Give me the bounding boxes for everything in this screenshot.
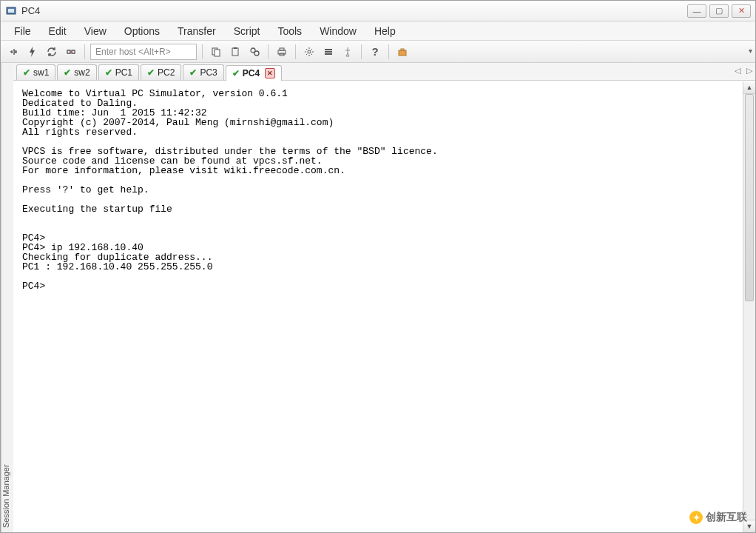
svg-rect-6 xyxy=(234,47,237,49)
maximize-button[interactable]: ▢ xyxy=(709,4,729,18)
find-icon[interactable] xyxy=(246,44,263,60)
toolbar-overflow-icon[interactable]: ▾ xyxy=(749,47,752,55)
tab-label: PC1 xyxy=(115,67,132,78)
menu-help[interactable]: Help xyxy=(367,23,403,39)
help-icon[interactable]: ? xyxy=(367,44,383,60)
settings-icon[interactable] xyxy=(301,44,317,60)
separator xyxy=(388,44,389,59)
svg-rect-10 xyxy=(280,48,284,50)
pin-icon[interactable] xyxy=(340,44,356,60)
disconnect-icon[interactable] xyxy=(63,44,79,60)
session-options-icon[interactable] xyxy=(320,44,337,60)
app-icon xyxy=(5,5,17,17)
session-manager-tab[interactable]: Session Manager xyxy=(1,63,13,532)
tab-pc4[interactable]: ✔PC4✕ xyxy=(226,65,282,81)
terminal-output[interactable]: Welcome to Virtual PC Simulator, version… xyxy=(13,81,743,532)
check-icon: ✔ xyxy=(23,67,30,78)
watermark: ✦ 创新互联 xyxy=(689,511,747,524)
menu-bar: File Edit View Options Transfer Script T… xyxy=(1,21,755,41)
reconnect-icon[interactable] xyxy=(44,44,60,60)
tab-label: PC4 xyxy=(243,68,260,78)
menu-file[interactable]: File xyxy=(7,23,38,39)
menu-view[interactable]: View xyxy=(77,23,114,39)
scroll-up-icon[interactable]: ▲ xyxy=(743,81,755,94)
tab-close-icon[interactable]: ✕ xyxy=(265,68,275,78)
menu-tools[interactable]: Tools xyxy=(270,23,309,39)
check-icon: ✔ xyxy=(64,67,71,78)
svg-rect-15 xyxy=(325,53,332,55)
watermark-logo-icon: ✦ xyxy=(689,511,703,524)
window-title: PC4 xyxy=(21,5,687,16)
tab-pc3[interactable]: ✔PC3 xyxy=(183,64,223,80)
menu-script[interactable]: Script xyxy=(226,23,268,39)
svg-rect-17 xyxy=(401,49,404,50)
scroll-thumb[interactable] xyxy=(745,94,754,301)
tab-pc2[interactable]: ✔PC2 xyxy=(141,64,181,80)
plug-icon[interactable] xyxy=(5,44,21,60)
check-icon: ✔ xyxy=(147,67,155,78)
menu-options[interactable]: Options xyxy=(117,23,167,39)
window-buttons: — ▢ ✕ xyxy=(687,4,751,18)
tab-label: sw1 xyxy=(33,67,49,78)
print-icon[interactable] xyxy=(274,44,290,60)
tab-label: PC3 xyxy=(200,67,217,78)
svg-rect-13 xyxy=(325,49,332,50)
tab-bar: ✔sw1 ✔sw2 ✔PC1 ✔PC2 ✔PC3 ✔PC4✕ ◁ ▷ xyxy=(13,63,755,81)
separator xyxy=(361,44,362,59)
tab-next-icon[interactable]: ▷ xyxy=(746,66,752,76)
svg-point-12 xyxy=(308,50,311,53)
menu-transfer[interactable]: Transfer xyxy=(170,23,223,39)
tab-label: sw2 xyxy=(74,67,90,78)
svg-rect-1 xyxy=(8,9,14,13)
app-window: PC4 — ▢ ✕ File Edit View Options Transfe… xyxy=(0,0,756,533)
copy-icon[interactable] xyxy=(208,44,224,60)
check-icon: ✔ xyxy=(105,67,112,78)
tab-nav: ◁ ▷ xyxy=(735,66,752,76)
tab-label: PC2 xyxy=(158,67,175,78)
tab-sw1[interactable]: ✔sw1 xyxy=(16,64,55,80)
toolbar: Enter host <Alt+R> ? ▾ xyxy=(1,41,755,63)
separator xyxy=(84,44,85,59)
separator xyxy=(295,44,296,59)
main-area: ✔sw1 ✔sw2 ✔PC1 ✔PC2 ✔PC3 ✔PC4✕ ◁ ▷ Welco… xyxy=(13,63,755,532)
svg-rect-5 xyxy=(232,48,238,56)
host-input[interactable]: Enter host <Alt+R> xyxy=(90,44,197,60)
tab-prev-icon[interactable]: ◁ xyxy=(735,66,740,76)
separator xyxy=(202,44,203,59)
svg-rect-4 xyxy=(215,50,220,56)
svg-point-8 xyxy=(254,51,259,56)
tab-sw2[interactable]: ✔sw2 xyxy=(57,64,96,80)
svg-rect-16 xyxy=(399,50,406,56)
terminal-container: Welcome to Virtual PC Simulator, version… xyxy=(13,81,755,532)
watermark-text: 创新互联 xyxy=(706,511,747,524)
check-icon: ✔ xyxy=(232,68,240,78)
paste-icon[interactable] xyxy=(227,44,243,60)
title-bar: PC4 — ▢ ✕ xyxy=(1,1,755,21)
toolbox-icon[interactable] xyxy=(394,44,411,60)
minimize-button[interactable]: — xyxy=(687,4,706,18)
check-icon: ✔ xyxy=(189,67,197,78)
close-button[interactable]: ✕ xyxy=(732,4,751,18)
body: Session Manager ✔sw1 ✔sw2 ✔PC1 ✔PC2 ✔PC3… xyxy=(1,63,755,532)
svg-rect-14 xyxy=(325,51,332,53)
menu-window[interactable]: Window xyxy=(312,23,364,39)
separator xyxy=(268,44,269,59)
tab-pc1[interactable]: ✔PC1 xyxy=(98,64,139,80)
vertical-scrollbar[interactable]: ▲ ▼ xyxy=(743,81,755,532)
menu-edit[interactable]: Edit xyxy=(41,23,74,39)
quick-connect-icon[interactable] xyxy=(24,44,41,60)
